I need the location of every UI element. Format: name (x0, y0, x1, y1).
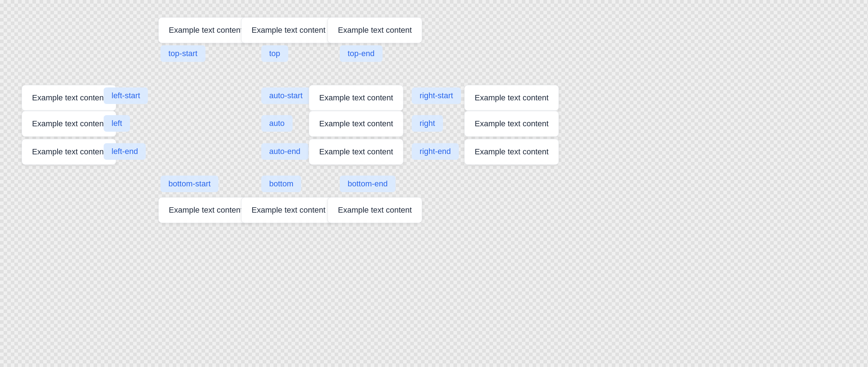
auto-end-card: Example text content (309, 139, 403, 165)
bottom-badge: bottom (261, 176, 301, 192)
right-card: Example text content (464, 111, 559, 137)
bottom-end-text: Example text content (327, 197, 422, 223)
left-end-card: Example text content (22, 139, 116, 165)
top-end-card: Example text content (327, 17, 422, 43)
left-end-badge: left-end (104, 143, 146, 160)
right-badge: right (412, 115, 443, 132)
left-start-text: Example text content (22, 85, 116, 111)
bottom-end-card: Example text content (327, 197, 422, 223)
right-end-card: Example text content (464, 139, 559, 165)
left-end-label: left-end (104, 143, 146, 160)
left-start-badge: left-start (104, 87, 148, 104)
bottom-end-label: bottom-end (340, 176, 395, 192)
bottom-start-badge: bottom-start (161, 176, 218, 192)
right-start-text: Example text content (464, 85, 559, 111)
top-start-card: Example text content (158, 17, 253, 43)
auto-card: Example text content (309, 111, 403, 137)
right-end-text: Example text content (464, 139, 559, 165)
right-text: Example text content (464, 111, 559, 137)
top-label: top (261, 45, 288, 62)
left-start-label: left-start (104, 87, 148, 104)
left-label: left (104, 115, 130, 132)
auto-badge: auto (261, 115, 293, 132)
bottom-start-card: Example text content (158, 197, 253, 223)
left-start-card: Example text content (22, 85, 116, 111)
top-card: Example text content (241, 17, 336, 43)
right-start-badge: right-start (412, 87, 461, 104)
right-end-badge: right-end (412, 143, 459, 160)
auto-start-text: Example text content (309, 85, 403, 111)
bottom-card: Example text content (241, 197, 336, 223)
bottom-text: Example text content (241, 197, 336, 223)
left-text: Example text content (22, 111, 116, 137)
top-end-badge: top-end (340, 45, 383, 62)
bottom-start-label: bottom-start (161, 176, 218, 192)
auto-end-text: Example text content (309, 139, 403, 165)
bottom-start-text: Example text content (158, 197, 253, 223)
auto-start-label: auto-start (261, 87, 311, 104)
auto-label: auto (261, 115, 293, 132)
top-end-text: Example text content (327, 17, 422, 43)
top-end-label: top-end (340, 45, 383, 62)
right-label: right (412, 115, 443, 132)
top-start-badge: top-start (161, 45, 205, 62)
auto-end-badge: auto-end (261, 143, 308, 160)
left-badge: left (104, 115, 130, 132)
bottom-label: bottom (261, 176, 301, 192)
top-start-text: Example text content (158, 17, 253, 43)
right-start-card: Example text content (464, 85, 559, 111)
left-end-text: Example text content (22, 139, 116, 165)
auto-text: Example text content (309, 111, 403, 137)
bottom-end-badge: bottom-end (340, 176, 395, 192)
auto-end-label: auto-end (261, 143, 308, 160)
top-badge: top (261, 45, 288, 62)
top-text: Example text content (241, 17, 336, 43)
right-start-label: right-start (412, 87, 461, 104)
left-card: Example text content (22, 111, 116, 137)
auto-start-card: Example text content (309, 85, 403, 111)
auto-start-badge: auto-start (261, 87, 311, 104)
right-end-label: right-end (412, 143, 459, 160)
top-start-label: top-start (161, 45, 205, 62)
